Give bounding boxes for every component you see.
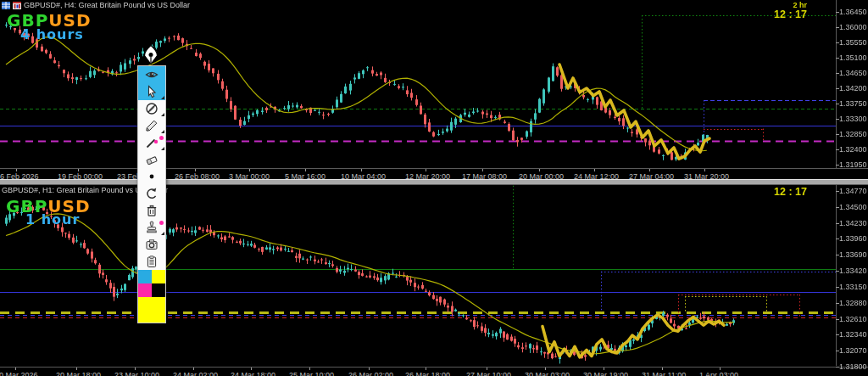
time-tick	[16, 169, 17, 171]
time-tick	[426, 169, 426, 171]
eye-icon	[145, 68, 159, 81]
time-axis-label: 23 Mar 10:00	[114, 371, 159, 376]
time-tick	[594, 169, 595, 171]
pink-dot-badge	[159, 136, 164, 140]
time-tick	[15, 368, 16, 370]
time-tick	[545, 368, 546, 370]
h4-chart-canvas[interactable]	[0, 0, 837, 168]
price-axis-label: 1.32340	[839, 330, 868, 339]
price-axis-label: 1.33690	[839, 250, 868, 259]
color-swatch-black[interactable]	[152, 283, 165, 297]
tool-hide-button[interactable]	[138, 66, 165, 83]
price-axis-label: 1.35100	[839, 53, 868, 62]
clipboard-icon	[145, 255, 159, 268]
time-axis-label: 24 Mar 18:00	[231, 371, 275, 376]
tool-cursor-button[interactable]	[138, 83, 165, 100]
price-axis-label: 1.34650	[839, 69, 868, 77]
price-axis-label: 1.32070	[839, 346, 868, 355]
h4-countdown-timer: 12 : 17	[774, 8, 807, 20]
time-tick	[135, 368, 136, 370]
time-tick	[482, 169, 483, 171]
submenu-corner-triangle	[161, 232, 164, 235]
no-draw-icon	[145, 102, 159, 115]
h1-countdown-timer: 12 : 17	[774, 186, 807, 198]
time-tick	[195, 169, 196, 171]
metatrader-window: GBPUSD#, H4: Great Britain Pound vs US D…	[0, 0, 868, 376]
tool-line-button[interactable]	[138, 134, 165, 151]
time-tick	[704, 169, 705, 171]
time-axis-label: 24 Mar 02:00	[173, 371, 218, 376]
line-icon	[145, 136, 159, 149]
color-swatch-magenta[interactable]	[138, 283, 152, 297]
active-color-swatch[interactable]	[138, 297, 165, 323]
window-menu-icon[interactable]	[2, 2, 10, 9]
time-axis-label: 20 Mar 18:00	[56, 371, 101, 376]
price-axis-label: 1.32610	[839, 315, 868, 323]
price-axis-label: 1.34770	[839, 187, 868, 195]
time-axis-label: 27 Mar 10:00	[466, 371, 511, 376]
price-axis-label: 1.33300	[839, 115, 868, 123]
tool-undo-button[interactable]	[138, 185, 165, 202]
chart-window-icon[interactable]	[13, 2, 21, 9]
time-tick	[76, 368, 77, 370]
price-axis-label: 1.36450	[839, 8, 868, 16]
tool-clipboard-button[interactable]	[138, 253, 165, 270]
price-axis-label: 1.32850	[839, 130, 868, 138]
undo-icon	[145, 187, 159, 200]
tool-size-dot-button[interactable]	[138, 168, 165, 185]
tool-eraser-button[interactable]	[138, 151, 165, 168]
time-axis-label: 30 Mar 03:00	[525, 371, 570, 376]
annotation-toolbar	[137, 44, 166, 323]
price-axis-label: 1.31800	[839, 362, 868, 371]
submenu-corner-triangle	[161, 130, 164, 133]
tool-marker-button[interactable]	[138, 117, 165, 134]
tool-screenshot-button[interactable]	[138, 236, 165, 253]
pen-nib-icon[interactable]	[141, 44, 161, 65]
price-axis-label: 1.33150	[839, 283, 868, 291]
window-splitter[interactable]	[0, 179, 868, 185]
dot-icon	[145, 170, 159, 183]
tool-stamp-button[interactable]	[138, 219, 165, 236]
time-tick	[662, 368, 663, 370]
time-axis-label: 31 Mar 11:00	[642, 371, 686, 376]
price-axis-label: 1.34230	[839, 219, 868, 227]
submenu-corner-triangle	[161, 147, 164, 150]
time-tick	[193, 368, 194, 370]
time-tick	[487, 368, 487, 370]
time-tick	[309, 368, 310, 370]
time-tick	[539, 169, 540, 171]
time-axis-label: 25 Mar 10:00	[289, 371, 334, 376]
h4-timeframe-label: 4 hours	[20, 26, 84, 42]
color-swatch-yellow[interactable]	[152, 270, 165, 283]
toolbar-body	[137, 65, 166, 323]
cursor-icon	[145, 85, 159, 98]
h1-chart-canvas[interactable]	[0, 185, 837, 366]
camera-icon	[145, 238, 159, 251]
price-axis-label: 1.33750	[839, 99, 868, 108]
tool-trash-button[interactable]	[138, 202, 165, 219]
price-axis-label: 1.32400	[839, 145, 868, 154]
price-axis-label: 1.34500	[839, 203, 868, 211]
time-axis-label: 26 Mar 18:00	[405, 371, 450, 376]
h1-timeframe-label: 1 hour	[25, 211, 80, 227]
h1-time-axis: 20 Mar 202620 Mar 18:0023 Mar 10:0024 Ma…	[0, 367, 868, 376]
time-tick	[305, 169, 306, 171]
time-tick	[249, 169, 250, 171]
price-axis-label: 1.33420	[839, 267, 868, 275]
stamp-icon	[145, 221, 159, 234]
tool-no-draw-button[interactable]	[138, 100, 165, 117]
time-tick	[251, 368, 252, 370]
time-tick	[720, 368, 721, 370]
eraser-icon	[145, 153, 159, 166]
price-axis-label: 1.33960	[839, 234, 868, 243]
time-axis-label: 30 Mar 19:00	[583, 371, 628, 376]
price-axis-label: 1.32880	[839, 299, 868, 307]
time-axis-label: 1 Apr 03:00	[699, 371, 738, 376]
time-axis-label: 26 Mar 02:00	[348, 371, 393, 376]
price-axis-label: 1.31950	[839, 160, 868, 169]
price-axis-label: 1.36000	[839, 23, 868, 31]
submenu-corner-triangle	[161, 96, 164, 99]
h4-chart-title: GBPUSD#, H4: Great Britain Pound vs US D…	[24, 1, 190, 9]
price-axis-label: 1.34200	[839, 84, 868, 93]
color-swatch-cyan[interactable]	[138, 270, 152, 283]
